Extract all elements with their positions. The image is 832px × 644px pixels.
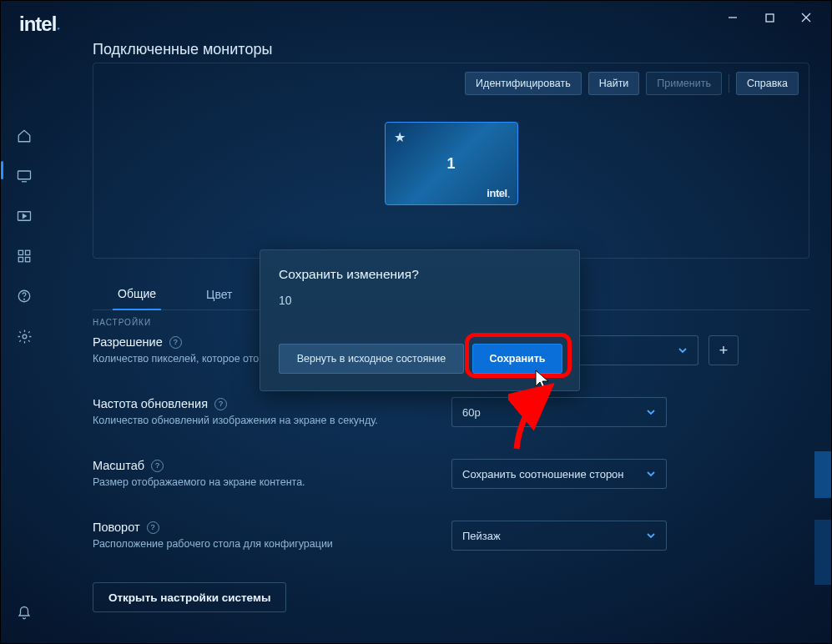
maximize-button[interactable] [751, 5, 788, 30]
svg-point-13 [23, 335, 27, 339]
monitor-number: 1 [446, 155, 455, 173]
page-title: Подключенные мониторы [93, 41, 272, 58]
sidebar [1, 118, 48, 643]
rotation-select[interactable]: Пейзаж [451, 521, 667, 551]
rotation-desc: Расположение рабочего стола для конфигур… [93, 537, 435, 551]
scale-select[interactable]: Сохранить соотношение сторон [451, 459, 667, 489]
scale-desc: Размер отображаемого на экране контента. [93, 475, 435, 490]
titlebar [1, 1, 831, 34]
svg-rect-9 [18, 258, 23, 262]
decor [814, 520, 831, 585]
revert-button[interactable]: Вернуть в исходное состояние [279, 344, 464, 374]
annotation-arrow [508, 382, 583, 457]
open-system-settings-button[interactable]: Открыть настройки системы [93, 582, 286, 612]
tab-color[interactable]: Цвет [201, 279, 237, 310]
display-icon[interactable] [16, 168, 33, 184]
svg-rect-4 [18, 171, 31, 179]
star-icon: ★ [394, 129, 406, 145]
identify-button[interactable]: Идентифицировать [465, 72, 582, 95]
help-icon[interactable]: ? [169, 336, 182, 349]
close-button[interactable] [788, 5, 824, 30]
help-icon[interactable] [16, 288, 33, 304]
svg-point-12 [24, 299, 25, 299]
toolbar: Идентифицировать Найти Применить Справка [465, 72, 799, 95]
toolbar-divider [729, 74, 729, 93]
app-window: intel● Подключенные мониторы Идентифицир… [0, 0, 832, 644]
monitor-brand: intel● [487, 187, 508, 199]
video-icon[interactable] [16, 208, 33, 224]
tab-general[interactable]: Общие [113, 279, 161, 310]
apply-button: Применить [646, 72, 722, 95]
svg-rect-10 [26, 258, 30, 262]
help-icon[interactable]: ? [214, 398, 227, 410]
help-icon[interactable]: ? [151, 460, 164, 472]
resolution-title: Разрешение [93, 335, 163, 349]
bell-icon[interactable] [16, 605, 33, 621]
sidebar-indicator [1, 161, 3, 179]
add-resolution-button[interactable]: + [708, 335, 739, 365]
row-rotation: Поворот? Расположение рабочего стола для… [93, 521, 809, 559]
intel-logo: intel● [19, 13, 58, 36]
refresh-title: Частота обновления [93, 397, 208, 410]
rotation-title: Поворот [93, 521, 140, 534]
dialog-title: Сохранить изменения? [279, 267, 561, 282]
svg-rect-1 [766, 14, 774, 22]
monitor-tile-1[interactable]: ★ 1 intel● [385, 122, 518, 205]
dialog-countdown: 10 [279, 294, 561, 307]
svg-rect-8 [26, 250, 30, 254]
row-refresh: Частота обновления? Количество обновлени… [93, 397, 809, 435]
help-icon[interactable]: ? [147, 521, 159, 534]
row-scale: Масштаб? Размер отображаемого на экране … [93, 459, 809, 497]
scale-title: Масштаб [93, 459, 144, 472]
monitor-panel: Идентифицировать Найти Применить Справка… [93, 63, 809, 259]
minimize-button[interactable] [714, 5, 751, 30]
svg-rect-7 [18, 250, 23, 254]
refresh-desc: Количество обновлений изображения на экр… [93, 414, 435, 428]
annotation-highlight [465, 333, 572, 378]
gear-icon[interactable] [16, 328, 33, 345]
find-button[interactable]: Найти [588, 72, 640, 95]
decor [814, 451, 831, 498]
help-button[interactable]: Справка [736, 72, 799, 95]
apps-icon[interactable] [16, 248, 33, 264]
home-icon[interactable] [16, 128, 33, 144]
